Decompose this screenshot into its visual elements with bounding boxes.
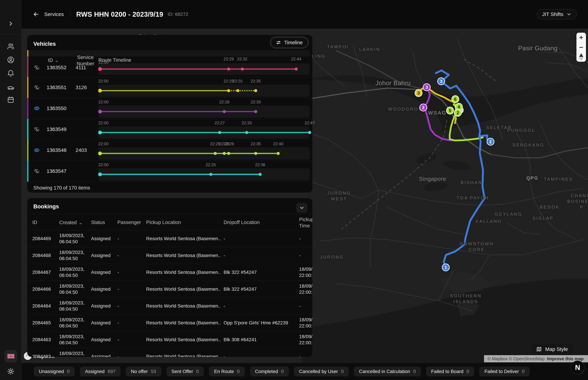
timeline-stop-dot[interactable] <box>295 68 298 71</box>
map-place-label: BISHAN <box>461 180 482 185</box>
timeline-stop-dot[interactable] <box>98 131 102 134</box>
booking-row[interactable]: 2084469Assigned-Resorts World Sentosa (B… <box>27 230 312 247</box>
booking-row[interactable]: 2084466Assigned-Resorts World Sentosa (B… <box>27 281 312 298</box>
timeline-stop-dot[interactable] <box>245 131 248 134</box>
zoom-out-button[interactable]: − <box>576 42 586 52</box>
route-stop-marker-3[interactable]: 3 <box>437 77 445 85</box>
booking-row[interactable]: 2084465Assigned-Resorts World Sentosa (B… <box>27 314 312 331</box>
column-created[interactable]: Created⌄ <box>59 220 82 225</box>
timeline-stop-dot[interactable] <box>98 110 102 114</box>
timeline-stop-dot[interactable] <box>223 152 226 155</box>
timeline-stop-dot[interactable] <box>209 173 212 176</box>
status-pill-sent-offer[interactable]: Sent Offer0 <box>166 367 204 377</box>
route-stop-marker-1[interactable]: 1 <box>442 264 450 271</box>
sidebar-item-users[interactable] <box>7 42 15 50</box>
timeline-time-label: 22:44 <box>291 57 301 61</box>
timeline-stop-dot[interactable] <box>236 89 239 92</box>
booking-row[interactable]: 2084467Assigned-Resorts World Sentosa (B… <box>27 264 312 281</box>
timeline-stop-dot[interactable] <box>223 110 226 113</box>
visibility-off-toggle[interactable] <box>33 167 40 175</box>
map-style-button[interactable]: Map Style <box>531 344 573 355</box>
status-pill-cancelled-in-calculation[interactable]: Cancelled in Calculation0 <box>354 367 421 377</box>
timeline-stop-dot[interactable] <box>214 152 217 155</box>
timeline-stop-dot[interactable] <box>227 152 230 155</box>
timeline-stop-dot[interactable] <box>98 89 102 93</box>
sidebar-item-calendar[interactable] <box>7 96 15 104</box>
visibility-off-toggle[interactable] <box>33 126 40 133</box>
row-divider <box>27 161 312 161</box>
booking-created: 18/09/2023,06:04:50 <box>59 350 84 357</box>
visibility-on-toggle[interactable] <box>33 105 40 112</box>
route-stop-marker-2[interactable]: 2 <box>419 104 427 112</box>
visibility-off-toggle[interactable] <box>33 64 40 71</box>
vehicle-row[interactable]: 136355022:0022:2822:35 <box>27 98 312 119</box>
map-place-label: SOUTHERN ISLANDS <box>450 293 482 304</box>
sidebar-item-car[interactable] <box>7 84 15 92</box>
timeline-stop-dot[interactable] <box>227 68 230 71</box>
vehicle-row[interactable]: 136354922:0022:2722:3322:47 <box>27 119 312 140</box>
visibility-toggle-partial[interactable] <box>33 55 40 62</box>
status-pill-unassigned[interactable]: Unassigned0 <box>34 367 75 377</box>
timeline-stop-dot[interactable] <box>98 152 102 155</box>
route-stop-marker-2[interactable]: 2 <box>454 109 462 117</box>
nextjs-dev-badge[interactable]: N <box>571 361 585 375</box>
timeline-stop-dot[interactable] <box>227 89 230 92</box>
status-pill-failed-to-board[interactable]: Failed to Board0 <box>426 367 474 377</box>
eye-icon <box>34 105 40 112</box>
status-pill-cancelled-by-user[interactable]: Cancelled by User0 <box>294 367 349 377</box>
map-place-label: QPG <box>526 175 538 181</box>
timeline-stop-dot[interactable] <box>98 172 102 176</box>
compass-button[interactable] <box>576 52 586 62</box>
status-pill-completed[interactable]: Completed0 <box>250 367 289 377</box>
timeline-stop-dot[interactable] <box>308 131 311 134</box>
sidebar-item-user-circle[interactable] <box>7 56 15 64</box>
timeline-stop-dot[interactable] <box>218 131 221 134</box>
route-stop-marker-2[interactable]: 2 <box>487 138 494 146</box>
vehicle-row[interactable]: 1363551312622:0022:2922:3122:35 <box>27 77 312 98</box>
status-pill-label: Cancelled by User <box>299 369 338 374</box>
route-stop-marker-6[interactable]: 6 <box>451 95 459 103</box>
route-timeline-track <box>98 63 310 75</box>
route-stop-marker-5[interactable]: 5 <box>446 107 454 114</box>
theme-toggle-button[interactable] <box>7 368 14 375</box>
route-stop-marker-3[interactable]: 3 <box>415 89 422 97</box>
timeline-stop-dot[interactable] <box>259 173 262 176</box>
bookings-collapse-button[interactable] <box>296 203 307 213</box>
visibility-off-toggle[interactable] <box>33 84 40 91</box>
timeline-time-label: 22:31 <box>233 79 243 83</box>
booking-pickup: Resorts World Sentosa (Basemen... <box>146 270 221 275</box>
booking-row[interactable]: 2084463Assigned-Resorts World Sentosa (B… <box>27 331 312 348</box>
vehicle-route-color <box>27 119 28 140</box>
vehicle-row[interactable]: 1363548240322:0022:2622:2822:2922:3522:4… <box>27 140 312 161</box>
timeline-stop-dot[interactable] <box>98 67 102 71</box>
booking-row[interactable]: 2084468Assigned-Resorts World Sentosa (B… <box>27 247 312 264</box>
column-id[interactable]: ID⌄ <box>48 57 59 63</box>
status-pill-assigned[interactable]: Assigned697 <box>80 367 121 377</box>
booking-created: 18/09/2023,06:04:50 <box>59 317 84 329</box>
booking-row[interactable]: 2084462Assigned-Resorts World Sentosa (B… <box>27 348 312 357</box>
timeline-stop-dot[interactable] <box>254 110 257 113</box>
language-button[interactable] <box>5 350 17 362</box>
timeline-view-toggle[interactable]: Timeline <box>271 37 308 48</box>
status-pill-failed-to-deliver[interactable]: Failed to Deliver0 <box>479 367 530 377</box>
booking-id: 2084467 <box>32 270 51 275</box>
status-pill-no-offer[interactable]: No offer53 <box>126 367 161 377</box>
sidebar-expand-button[interactable] <box>8 21 14 27</box>
booking-row[interactable]: 2084464Assigned-Resorts World Sentosa (B… <box>27 298 312 314</box>
booking-pickup: Resorts World Sentosa (Basemen... <box>146 354 221 357</box>
breadcrumb[interactable]: Services <box>44 11 64 17</box>
route-timeline-line <box>100 153 278 154</box>
visibility-on-toggle[interactable] <box>33 147 40 154</box>
timeline-stop-dot[interactable] <box>254 89 257 92</box>
back-button[interactable] <box>33 11 39 18</box>
vehicle-row[interactable]: 136354722:0022:2522:36 <box>27 161 312 182</box>
timeline-stop-dot[interactable] <box>254 152 257 155</box>
timeline-stop-dot[interactable] <box>241 68 244 71</box>
zoom-in-button[interactable]: + <box>576 33 586 42</box>
sidebar-item-bell[interactable] <box>7 70 15 77</box>
booking-id: 2084468 <box>32 253 51 258</box>
jit-shifts-dropdown[interactable]: JIT Shifts <box>537 9 577 19</box>
route-stop-marker-3[interactable]: 3 <box>423 83 431 91</box>
timeline-stop-dot[interactable] <box>277 152 280 155</box>
status-pill-en-route[interactable]: En Route0 <box>209 367 245 377</box>
